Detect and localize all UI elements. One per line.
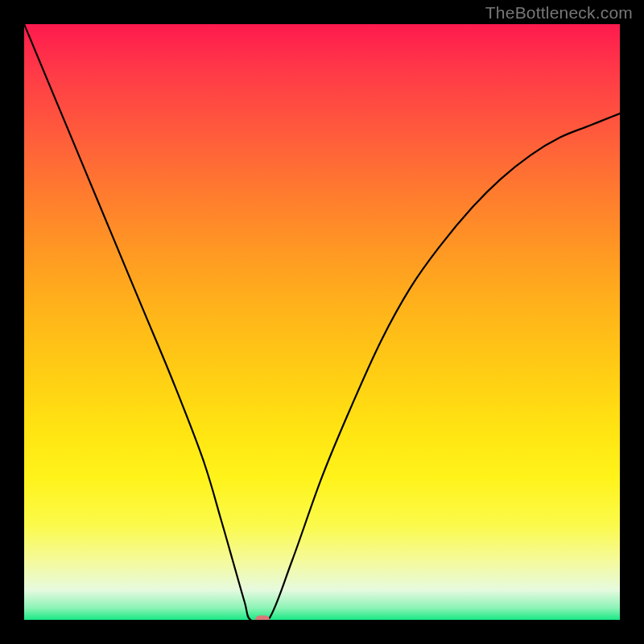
bottleneck-curve bbox=[24, 24, 620, 620]
plot-area bbox=[24, 24, 620, 620]
watermark-text: TheBottleneck.com bbox=[485, 3, 633, 23]
optimal-marker bbox=[255, 616, 270, 621]
chart-frame: TheBottleneck.com bbox=[0, 0, 644, 644]
